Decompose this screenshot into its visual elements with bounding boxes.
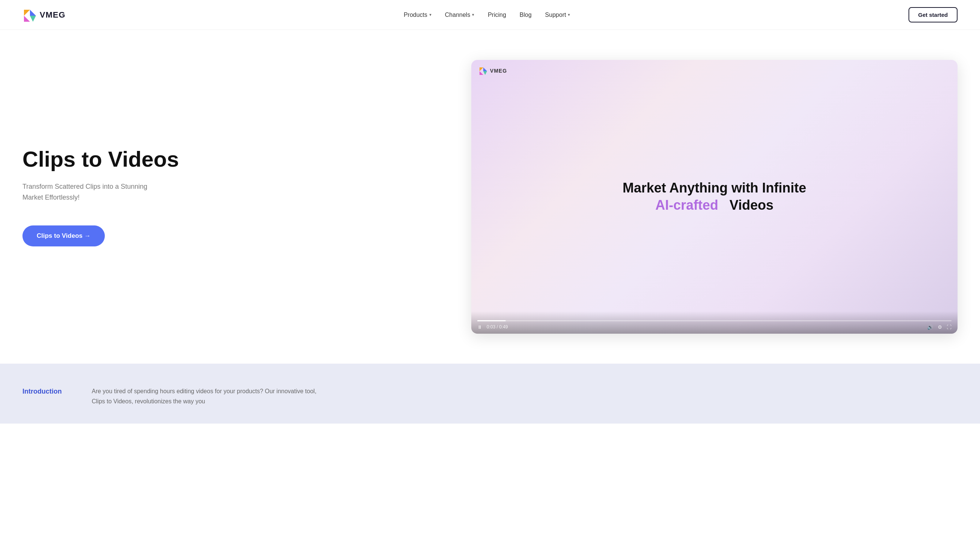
chevron-down-icon: ▾ <box>568 12 570 17</box>
nav-support[interactable]: Support ▾ <box>545 11 570 18</box>
cta-button[interactable]: Clips to Videos → <box>22 225 105 246</box>
progress-bar-fill <box>477 320 506 321</box>
svg-marker-1 <box>24 16 30 22</box>
nav-channels[interactable]: Channels ▾ <box>445 11 475 18</box>
chevron-down-icon: ▾ <box>429 12 432 17</box>
ai-crafted-text: AI-crafted <box>655 197 718 213</box>
hero-right: VMEG Market Anything with Infinite AI-cr… <box>471 60 958 334</box>
fullscreen-icon[interactable]: ⛶ <box>947 324 951 330</box>
hero-subtitle: Transform Scattered Clips into a Stunnin… <box>22 181 165 203</box>
nav-blog[interactable]: Blog <box>520 11 532 18</box>
svg-marker-6 <box>483 67 487 71</box>
logo-icon <box>22 8 36 22</box>
nav-pricing[interactable]: Pricing <box>488 11 506 18</box>
svg-marker-7 <box>483 71 487 75</box>
controls-right: 🔊 ⚙ ⛶ <box>927 324 951 330</box>
nav-products[interactable]: Products ▾ <box>404 11 431 18</box>
svg-marker-0 <box>24 10 30 16</box>
svg-marker-2 <box>30 10 36 16</box>
pause-icon[interactable]: ⏸ <box>477 324 482 330</box>
hero-title: Clips to Videos <box>22 147 443 171</box>
navbar: VMEG Products ▾ Channels ▾ Pricing Blog … <box>0 0 980 30</box>
chevron-down-icon: ▾ <box>472 12 474 17</box>
get-started-button[interactable]: Get started <box>908 7 958 22</box>
intro-section: Introduction Are you tired of spending h… <box>0 364 980 423</box>
video-inner: VMEG Market Anything with Infinite AI-cr… <box>471 60 958 334</box>
hero-left: Clips to Videos Transform Scattered Clip… <box>22 147 443 246</box>
svg-marker-3 <box>30 16 36 22</box>
intro-text: Are you tired of spending hours editing … <box>92 386 331 406</box>
progress-bar-track[interactable] <box>477 320 951 321</box>
video-preview[interactable]: VMEG Market Anything with Infinite AI-cr… <box>471 60 958 334</box>
video-controls: ⏸ 0:03 / 0:49 🔊 ⚙ ⛶ <box>471 311 958 334</box>
controls-row: ⏸ 0:03 / 0:49 🔊 ⚙ ⛶ <box>477 324 951 330</box>
controls-left: ⏸ 0:03 / 0:49 <box>477 324 508 330</box>
volume-icon[interactable]: 🔊 <box>927 324 933 330</box>
video-headline-line2: AI-crafted Videos <box>623 197 806 214</box>
logo[interactable]: VMEG <box>22 8 66 22</box>
video-headline-line1: Market Anything with Infinite <box>623 180 806 197</box>
hero-section: Clips to Videos Transform Scattered Clip… <box>0 30 980 364</box>
svg-marker-4 <box>479 67 483 71</box>
video-watermark-text: VMEG <box>490 68 507 74</box>
video-headline: Market Anything with Infinite AI-crafted… <box>615 172 814 222</box>
intro-label: Introduction <box>22 386 62 395</box>
video-watermark-icon <box>479 67 487 75</box>
svg-marker-5 <box>479 71 483 75</box>
videos-text: Videos <box>730 197 773 213</box>
logo-text: VMEG <box>40 10 66 20</box>
video-watermark: VMEG <box>479 67 507 75</box>
nav-links: Products ▾ Channels ▾ Pricing Blog Suppo… <box>404 11 570 18</box>
video-time: 0:03 / 0:49 <box>487 324 508 330</box>
settings-icon[interactable]: ⚙ <box>938 324 942 330</box>
